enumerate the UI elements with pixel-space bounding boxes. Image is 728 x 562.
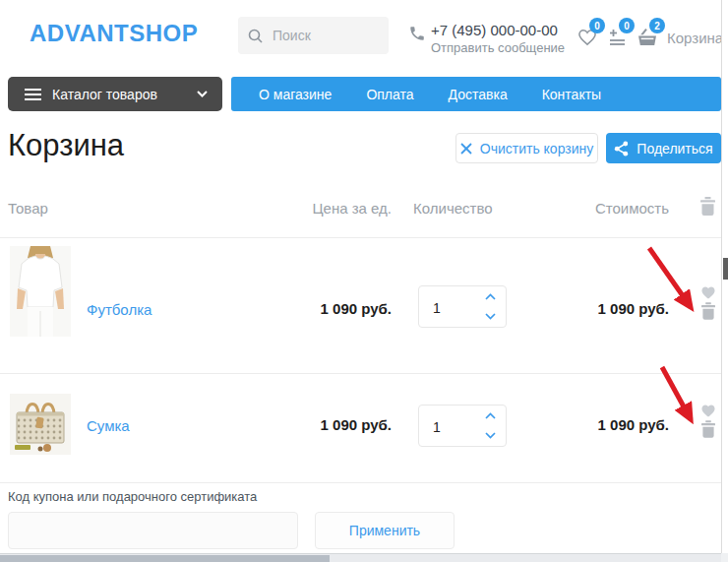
basket-icon <box>637 32 657 49</box>
unit-price: 1 090 руб. <box>285 300 392 317</box>
nav-link-about[interactable]: О магазине <box>259 87 332 102</box>
delete-item-icon[interactable] <box>701 420 715 438</box>
favorite-heart-icon[interactable] <box>700 404 716 417</box>
nav-link-payment[interactable]: Оплата <box>366 87 413 102</box>
chevron-up-icon[interactable] <box>485 412 496 419</box>
catalog-button-label: Каталог товаров <box>52 87 157 102</box>
row-divider <box>0 373 721 374</box>
horizontal-scrollbar-thumb[interactable] <box>0 555 330 562</box>
annotation-arrow-1 <box>649 248 691 307</box>
quantity-input[interactable] <box>431 406 472 447</box>
hamburger-icon <box>25 89 41 100</box>
column-header-product: Товар <box>8 200 48 217</box>
column-header-unit-price: Цена за ед. <box>285 200 392 217</box>
clear-cart-label: Очистить корзину <box>480 141 594 156</box>
apply-coupon-label: Применить <box>349 523 420 538</box>
share-button[interactable]: Поделиться <box>606 133 721 163</box>
quantity-input[interactable] <box>431 287 472 328</box>
scrollbar-corner <box>721 553 728 562</box>
wishlist-badge: 0 <box>589 18 605 33</box>
delete-item-icon[interactable] <box>701 302 715 320</box>
page-title: Корзина <box>8 128 124 163</box>
coupon-label: Код купона или подарочного сертификата <box>8 489 257 504</box>
product-name-link[interactable]: Сумка <box>87 417 130 434</box>
close-icon <box>460 143 472 155</box>
search-input[interactable] <box>271 27 383 44</box>
search-icon <box>248 29 263 43</box>
cart-link-label[interactable]: Корзина <box>667 30 723 46</box>
row-total: 1 090 руб. <box>563 300 669 317</box>
main-nav: О магазине Оплата Доставка Контакты <box>231 77 721 111</box>
row-divider <box>0 482 721 483</box>
send-message-link[interactable]: Отправить сообщение <box>431 40 565 55</box>
row-total: 1 090 руб. <box>563 416 669 433</box>
row-divider <box>0 237 721 238</box>
compare-badge: 0 <box>619 18 635 33</box>
share-icon <box>614 141 629 156</box>
chevron-down-icon[interactable] <box>485 432 496 439</box>
horizontal-scrollbar[interactable] <box>0 553 721 562</box>
product-name-link[interactable]: Футболка <box>87 301 152 318</box>
product-image-bag[interactable] <box>10 394 71 455</box>
column-header-quantity: Количество <box>413 200 493 217</box>
chevron-down-icon <box>197 91 208 97</box>
chevron-up-icon[interactable] <box>485 293 496 300</box>
cart-badge: 2 <box>649 18 665 33</box>
apply-coupon-button[interactable]: Применить <box>315 512 455 549</box>
cart-page: ADVANTSHOP +7 (495) 000-00-00 Отправить … <box>0 0 728 562</box>
share-label: Поделиться <box>637 141 712 156</box>
clear-cart-button[interactable]: Очистить корзину <box>455 133 598 163</box>
chevron-down-icon[interactable] <box>485 313 496 320</box>
store-logo[interactable]: ADVANTSHOP <box>30 20 198 47</box>
quantity-stepper[interactable] <box>418 405 507 447</box>
delete-all-icon[interactable] <box>700 197 715 216</box>
unit-price: 1 090 руб. <box>285 416 392 433</box>
nav-link-delivery[interactable]: Доставка <box>449 87 508 102</box>
vertical-scrollbar-thumb[interactable] <box>723 258 728 280</box>
catalog-dropdown-button[interactable]: Каталог товаров <box>8 77 222 111</box>
quantity-stepper[interactable] <box>418 285 507 328</box>
vertical-scrollbar[interactable] <box>721 0 728 553</box>
favorite-heart-icon[interactable] <box>700 285 716 299</box>
column-header-total: Стоимость <box>563 200 669 217</box>
search-box[interactable] <box>238 17 389 54</box>
annotation-arrow-2 <box>662 367 691 419</box>
nav-link-contacts[interactable]: Контакты <box>542 87 601 102</box>
product-image-tshirt[interactable] <box>10 246 71 337</box>
phone-icon <box>408 25 426 42</box>
phone-number[interactable]: +7 (495) 000-00-00 <box>431 22 558 38</box>
heart-outline-icon <box>577 32 597 49</box>
coupon-input[interactable] <box>8 512 298 549</box>
compare-icon <box>609 31 626 48</box>
